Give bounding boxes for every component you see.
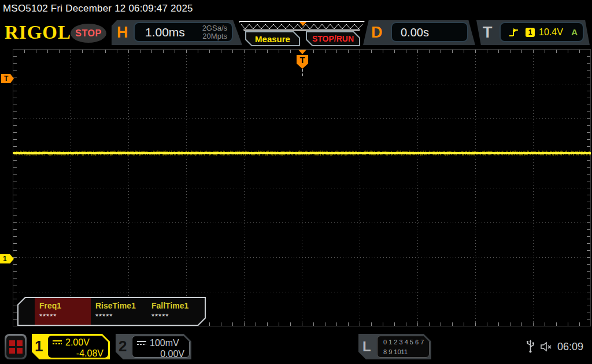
measure-button[interactable]: Measure: [245, 31, 300, 46]
stop-run-button[interactable]: STOP/RUN: [306, 31, 360, 46]
measurement-panel-inner: Freq1 ***** RiseTime1 ***** FallTime1 **…: [18, 298, 205, 325]
measure-button-label: Measure: [255, 34, 290, 44]
channel2-number: 2: [119, 337, 127, 355]
channel2-offset: 0.00V: [160, 349, 184, 359]
trigger-position-triangle-icon: [298, 50, 306, 54]
horizontal-settings-box[interactable]: H 1.00ms 2GSa/s 20Mpts: [112, 20, 242, 45]
delay-value: 0.00s: [401, 26, 429, 39]
channel1-number: 1: [35, 337, 43, 355]
measurement-item-freq1[interactable]: Freq1 *****: [35, 298, 91, 325]
logic-channels-row1: 0 1 2 3 4 5 6 7: [383, 337, 429, 347]
measurement-value: *****: [151, 312, 203, 321]
measurement-value: *****: [39, 312, 91, 321]
measurement-panel: Freq1 ***** RiseTime1 ***** FallTime1 **…: [17, 297, 206, 326]
delay-value-box[interactable]: 0.00s: [391, 22, 468, 42]
stop-run-button-label: STOP/RUN: [312, 34, 354, 43]
trigger-position-marker[interactable]: T: [297, 50, 308, 76]
sample-rate: 2GSa/s: [202, 24, 227, 32]
graticule-canvas: [13, 49, 591, 326]
channel2-scale: 100mV: [150, 338, 179, 348]
logic-analyzer-badge[interactable]: L 0 1 2 3 4 5 6 7 8 9 1011 12131415: [358, 334, 431, 359]
channel1-ground-marker[interactable]: 1: [0, 254, 14, 263]
trigger-settings-box[interactable]: T 1 10.4V A: [476, 20, 590, 45]
channel1-values: 2.00V -4.08V: [48, 336, 108, 358]
logic-channels-row2: 8 9 1011 12131415: [383, 347, 429, 364]
samplerate-memdepth: 2GSa/s 20Mpts: [202, 24, 227, 40]
oscilloscope-screen: MSO5102 Fri December 12 06:09:47 2025 RI…: [0, 0, 592, 364]
usb-icon: [526, 340, 535, 354]
timebase-value: 1.00ms: [145, 25, 185, 39]
timebase-box[interactable]: 1.00ms 2GSa/s 20Mpts: [134, 22, 233, 42]
trigger-value-box[interactable]: 1 10.4V A: [500, 22, 584, 42]
measurement-item-falltime1[interactable]: FallTime1 *****: [147, 298, 203, 325]
channel1-scale: 2.00V: [65, 337, 90, 348]
status-tray: 06:09: [526, 336, 590, 357]
channel1-offset: -4.08V: [76, 348, 103, 359]
delay-settings-box[interactable]: D 0.00s: [363, 20, 475, 45]
trigger-source-badge: 1: [526, 28, 535, 37]
run-state-indicator: STOP: [71, 24, 106, 43]
dc-coupling-icon: [137, 340, 146, 346]
channel2-values: 100mV 0.00V: [132, 336, 190, 358]
delay-label: D: [371, 24, 383, 42]
measurement-label: RiseTime1: [95, 301, 147, 310]
logic-label: L: [362, 339, 371, 355]
overview-trigger-marker-icon[interactable]: [299, 22, 306, 26]
run-state-label: STOP: [75, 28, 101, 39]
clock-display: 06:09: [557, 341, 583, 353]
waveform-overview-strip[interactable]: [239, 21, 365, 31]
measurement-label: Freq1: [39, 301, 91, 310]
model-and-datetime: MSO5102 Fri December 12 06:09:47 2025: [3, 3, 193, 14]
speaker-muted-icon: [540, 341, 553, 352]
memory-depth: 20Mpts: [202, 32, 227, 40]
trigger-label: T: [483, 24, 493, 42]
trigger-position-dash: [302, 69, 303, 76]
measurement-label: FallTime1: [151, 301, 203, 310]
channel1-badge[interactable]: 1 2.00V -4.08V: [32, 334, 110, 359]
graticule: [13, 49, 591, 326]
logic-channel-list: 0 1 2 3 4 5 6 7 8 9 1011 12131415: [377, 336, 430, 358]
trigger-mode-auto: A: [571, 27, 578, 37]
channel2-badge[interactable]: 2 100mV 0.00V: [116, 334, 191, 359]
grid-icon: [6, 336, 25, 358]
trigger-level-marker[interactable]: T: [1, 74, 14, 83]
trigger-level-value: 10.4V: [539, 27, 563, 38]
trigger-position-shield-icon: T: [297, 55, 308, 69]
rigol-logo: RIGOL: [5, 23, 71, 42]
measurement-value: *****: [95, 312, 147, 321]
measurement-item-risetime1[interactable]: RiseTime1 *****: [91, 298, 147, 325]
horizontal-label: H: [117, 24, 128, 42]
rising-edge-trigger-icon: [509, 28, 519, 37]
dc-coupling-icon: [53, 340, 62, 345]
top-status-bar: MSO5102 Fri December 12 06:09:47 2025: [0, 0, 592, 17]
display-grid-button[interactable]: [5, 334, 27, 359]
